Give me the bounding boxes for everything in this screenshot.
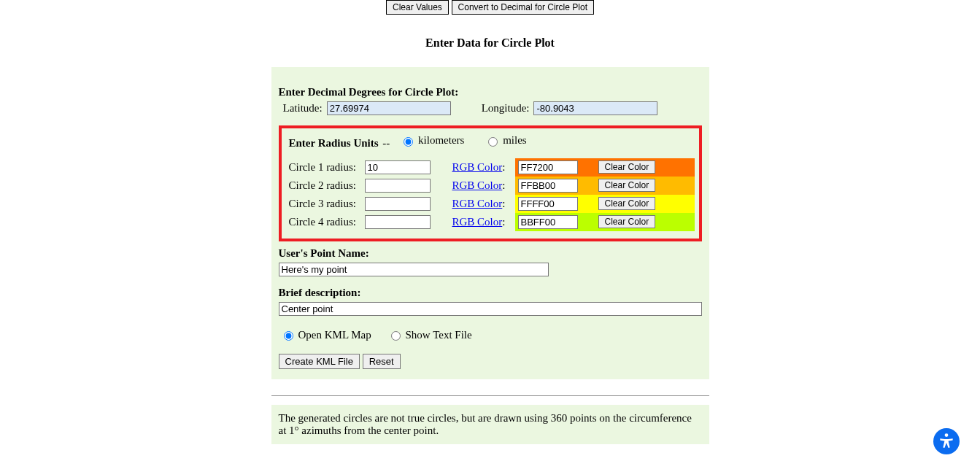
decimal-degrees-title: Enter Decimal Degrees for Circle Plot:: [279, 86, 702, 98]
rgb-color-link[interactable]: RGB Color: [452, 216, 503, 228]
svg-point-0: [945, 433, 949, 437]
convert-to-decimal-button[interactable]: Convert to Decimal for Circle Plot: [452, 0, 594, 15]
rgb-color-link[interactable]: RGB Color: [452, 198, 503, 209]
radius-units-title: Enter Radius Units: [289, 137, 379, 149]
radius-units-box: Enter Radius Units -- kilometers miles C…: [279, 125, 702, 241]
clear-color-button[interactable]: Clear Color: [598, 215, 656, 228]
circle-row: Circle 1 radius:RGB Color:Clear Color: [286, 158, 695, 177]
rgb-color-input[interactable]: [518, 215, 578, 229]
clear-values-button[interactable]: Clear Values: [386, 0, 449, 15]
miles-radio[interactable]: [488, 137, 498, 147]
circle-radius-label: Circle 4 radius:: [286, 213, 362, 231]
rgb-color-link[interactable]: RGB Color: [452, 179, 503, 191]
circle-radius-table: Circle 1 radius:RGB Color:Clear ColorCir…: [286, 158, 695, 231]
circle-radius-label: Circle 3 radius:: [286, 195, 362, 213]
show-text-radio[interactable]: [391, 331, 401, 341]
clear-color-button[interactable]: Clear Color: [598, 160, 656, 174]
miles-label: miles: [503, 134, 527, 147]
accessibility-icon[interactable]: [933, 428, 960, 444]
description-title: Brief description:: [279, 287, 702, 299]
point-name-input[interactable]: [279, 263, 549, 276]
latitude-label: Latitude:: [283, 102, 323, 115]
circle-row: Circle 2 radius:RGB Color:Clear Color: [286, 177, 695, 195]
circle-plot-panel: Enter Decimal Degrees for Circle Plot: L…: [271, 67, 709, 379]
point-name-title: User's Point Name:: [279, 247, 702, 260]
footer-note: The generated circles are not true circl…: [271, 405, 709, 444]
show-text-label: Show Text File: [406, 329, 472, 341]
longitude-input[interactable]: [533, 101, 657, 115]
open-kml-radio[interactable]: [284, 331, 293, 341]
clear-color-button[interactable]: Clear Color: [598, 197, 656, 210]
rgb-color-link[interactable]: RGB Color: [452, 161, 503, 173]
create-kml-button[interactable]: Create KML File: [279, 354, 360, 369]
description-input[interactable]: [279, 302, 702, 316]
longitude-label: Longitude:: [482, 102, 530, 115]
radius-units-dashes: --: [380, 137, 393, 149]
circle-radius-input[interactable]: [365, 160, 431, 174]
circle-row: Circle 4 radius:RGB Color:Clear Color: [286, 213, 695, 231]
open-kml-label: Open KML Map: [298, 329, 371, 341]
circle-radius-input[interactable]: [365, 215, 431, 229]
circle-radius-input[interactable]: [365, 197, 431, 211]
divider: [271, 395, 709, 396]
latitude-input[interactable]: [327, 101, 451, 115]
rgb-color-input[interactable]: [518, 160, 578, 174]
reset-button[interactable]: Reset: [363, 354, 401, 369]
circle-row: Circle 3 radius:RGB Color:Clear Color: [286, 195, 695, 213]
rgb-color-input[interactable]: [518, 197, 578, 211]
clear-color-button[interactable]: Clear Color: [598, 179, 656, 192]
kilometers-radio[interactable]: [404, 137, 413, 147]
enter-data-heading: Enter Data for Circle Plot: [0, 36, 980, 50]
circle-radius-label: Circle 1 radius:: [286, 158, 362, 177]
circle-radius-input[interactable]: [365, 179, 431, 193]
rgb-color-input[interactable]: [518, 179, 578, 193]
kilometers-label: kilometers: [418, 134, 464, 147]
circle-radius-label: Circle 2 radius:: [286, 177, 362, 195]
